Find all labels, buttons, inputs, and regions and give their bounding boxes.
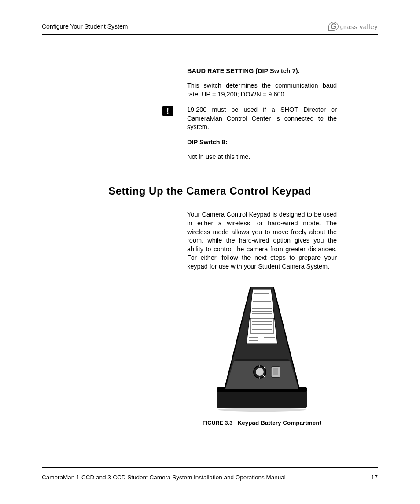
- svg-point-22: [256, 368, 264, 376]
- logo-mark-icon: G: [328, 22, 339, 31]
- figure-keypad: FIGURE 3.3 Keypad Battery Compartment: [187, 283, 337, 426]
- header-section-title: Configure Your Student System: [42, 23, 128, 30]
- baud-body: This switch determines the communication…: [187, 81, 337, 99]
- dip8-body: Not in use at this time.: [187, 153, 337, 162]
- dip8-heading: DIP Switch 8:: [187, 139, 337, 146]
- keypad-intro-para: Your Camera Control Keypad is designed t…: [187, 210, 337, 271]
- keypad-device-illustration: [212, 283, 312, 412]
- figure-caption: FIGURE 3.3 Keypad Battery Compartment: [203, 419, 321, 426]
- page-footer: CameraMan 1-CCD and 3-CCD Student Camera…: [42, 467, 378, 481]
- figure-number: FIGURE 3.3: [203, 420, 232, 426]
- svg-point-33: [218, 408, 306, 412]
- baud-heading: BAUD RATE SETTING (DIP Switch 7):: [187, 67, 337, 74]
- section-heading: Setting Up the Camera Control Keypad: [42, 185, 378, 197]
- svg-marker-20: [234, 359, 290, 361]
- logo-text: grass valley: [340, 23, 378, 30]
- alert-icon: !: [162, 106, 173, 116]
- svg-rect-32: [273, 368, 278, 375]
- footer-page-number: 17: [371, 474, 378, 481]
- figure-caption-text: Keypad Battery Compartment: [238, 419, 322, 426]
- page-header: Configure Your Student System G grass va…: [42, 22, 378, 35]
- footer-manual-title: CameraMan 1-CCD and 3-CCD Student Camera…: [42, 474, 286, 481]
- brand-logo: G grass valley: [328, 22, 378, 31]
- baud-alert-text: 19,200 must be used if a SHOT Director o…: [187, 106, 337, 132]
